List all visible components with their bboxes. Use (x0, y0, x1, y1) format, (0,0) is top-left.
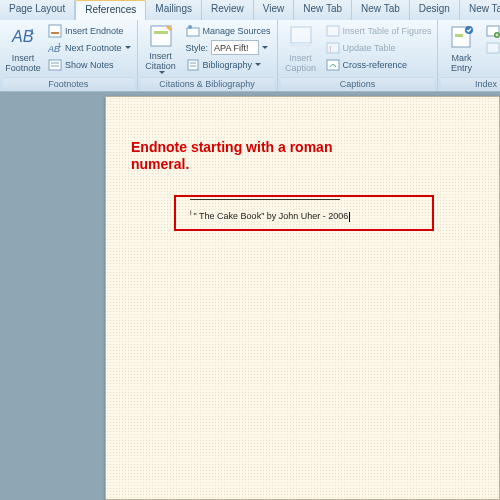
insert-caption-label: Insert Caption (285, 53, 316, 73)
document-page[interactable]: Endnote starting with a roman numeral. i… (105, 96, 500, 500)
svg-rect-13 (188, 60, 198, 70)
svg-rect-3 (51, 32, 59, 34)
update-table-button: ! Update Table (323, 39, 435, 56)
update-table-label: Update Table (343, 43, 396, 53)
style-selector[interactable]: Style: (183, 39, 274, 56)
tab-design[interactable]: Design (410, 0, 460, 20)
ribbon-tabs: Page Layout References Mailings Review V… (0, 0, 500, 20)
insert-citation-label: Insert Citation (145, 51, 176, 71)
svg-rect-17 (291, 43, 311, 47)
group-footnotes-label: Footnotes (3, 77, 134, 91)
insert-index-icon (486, 24, 500, 38)
insert-footnote-icon: AB1 (9, 23, 37, 51)
show-notes-button[interactable]: Show Notes (45, 56, 134, 73)
insert-citation-button[interactable]: Insert Citation (141, 22, 181, 74)
manage-sources-icon (186, 24, 200, 38)
chevron-down-icon (262, 46, 268, 49)
annotation-text: Endnote starting with a roman numeral. (131, 139, 332, 173)
group-index-label: Index (441, 77, 500, 91)
insert-footnote-button[interactable]: AB1 Insert Footnote (3, 22, 43, 74)
manage-sources-button[interactable]: Manage Sources (183, 22, 274, 39)
style-input[interactable] (211, 40, 259, 55)
group-captions-label: Captions (281, 77, 435, 91)
insert-index-button[interactable]: Insert (483, 22, 500, 39)
svg-text:!: ! (329, 44, 332, 54)
svg-text:1: 1 (30, 27, 35, 36)
svg-rect-11 (187, 28, 199, 36)
update-index-button: Updat (483, 39, 500, 56)
mark-entry-icon (447, 23, 475, 51)
group-citations-label: Citations & Bibliography (141, 77, 274, 91)
tab-view[interactable]: View (254, 0, 295, 20)
workarea: Endnote starting with a roman numeral. i… (0, 92, 500, 500)
svg-rect-18 (327, 26, 339, 36)
insert-endnote-button[interactable]: Insert Endnote (45, 22, 134, 39)
group-citations: Insert Citation Manage Sources Style: Bi… (138, 20, 278, 91)
svg-rect-2 (49, 25, 61, 37)
tab-new3[interactable]: New Tab (460, 0, 500, 20)
ribbon: AB1 Insert Footnote Insert Endnote AB1 N… (0, 20, 500, 92)
tab-review[interactable]: Review (202, 0, 254, 20)
endnote-separator (190, 199, 340, 200)
endnote-marker: i (190, 209, 192, 216)
next-footnote-label: Next Footnote (65, 43, 122, 53)
cross-reference-label: Cross-reference (343, 60, 408, 70)
insert-tof-label: Insert Table of Figures (343, 26, 432, 36)
mark-entry-button[interactable]: Mark Entry (441, 22, 481, 74)
insert-citation-icon (147, 22, 175, 49)
update-index-icon (486, 41, 500, 55)
style-label: Style: (186, 43, 209, 53)
bibliography-button[interactable]: Bibliography (183, 56, 274, 73)
svg-rect-23 (455, 34, 463, 37)
chevron-down-icon (125, 46, 131, 49)
update-table-icon: ! (326, 41, 340, 55)
next-footnote-button[interactable]: AB1 Next Footnote (45, 39, 134, 56)
cross-reference-button[interactable]: Cross-reference (323, 56, 435, 73)
cross-reference-icon (326, 58, 340, 72)
group-footnotes: AB1 Insert Footnote Insert Endnote AB1 N… (0, 20, 138, 91)
svg-rect-29 (487, 43, 499, 53)
show-notes-icon (48, 58, 62, 72)
text-cursor (349, 212, 350, 222)
insert-footnote-label: Insert Footnote (5, 53, 41, 73)
tab-mailings[interactable]: Mailings (146, 0, 202, 20)
insert-endnote-label: Insert Endnote (65, 26, 124, 36)
svg-point-12 (188, 25, 192, 29)
manage-sources-label: Manage Sources (203, 26, 271, 36)
tab-new1[interactable]: New Tab (294, 0, 352, 20)
insert-tof-icon (326, 24, 340, 38)
insert-caption-icon (287, 23, 315, 51)
tab-new2[interactable]: New Tab (352, 0, 410, 20)
tab-references[interactable]: References (75, 0, 146, 20)
svg-text:1: 1 (58, 42, 62, 48)
group-index: Mark Entry Insert Updat Index (438, 20, 500, 91)
bibliography-label: Bibliography (203, 60, 253, 70)
insert-caption-button: Insert Caption (281, 22, 321, 74)
insert-endnote-icon (48, 24, 62, 38)
svg-rect-6 (49, 60, 61, 70)
svg-rect-16 (291, 27, 311, 43)
endnote-text[interactable]: i" The Cake Book" by John Uher - 2006 (190, 209, 350, 222)
mark-entry-label: Mark Entry (451, 53, 472, 73)
insert-tof-button: Insert Table of Figures (323, 22, 435, 39)
chevron-down-icon (159, 71, 165, 74)
chevron-down-icon (255, 63, 261, 66)
svg-rect-10 (154, 31, 168, 34)
group-captions: Insert Caption Insert Table of Figures !… (278, 20, 439, 91)
tab-page-layout[interactable]: Page Layout (0, 0, 75, 20)
next-footnote-icon: AB1 (48, 41, 62, 55)
bibliography-icon (186, 58, 200, 72)
show-notes-label: Show Notes (65, 60, 114, 70)
